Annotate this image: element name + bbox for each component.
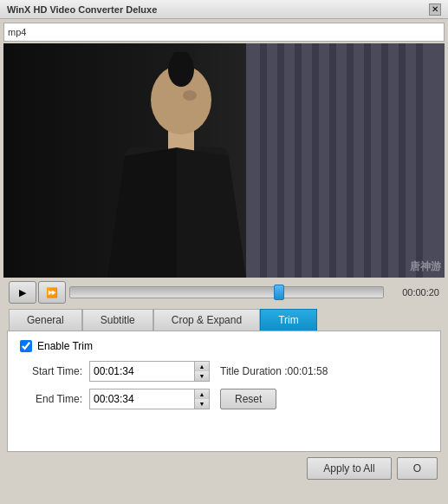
seek-bar[interactable] [69,286,384,298]
ok-button[interactable]: O [397,457,438,480]
end-time-input[interactable] [90,389,194,409]
main-container: mp4 [0,19,448,488]
app-title: WinX HD Video Converter Deluxe [7,4,157,15]
start-time-spinners: ▲ ▼ [194,362,209,381]
enable-trim-row: Enable Trim [20,340,428,352]
close-button[interactable]: ✕ [429,3,441,16]
apply-to-all-button[interactable]: Apply to All [307,457,391,480]
fast-forward-button[interactable]: ⏩ [38,281,66,304]
end-time-input-wrap: ▲ ▼ [89,389,210,409]
svg-point-19 [164,107,198,128]
enable-trim-checkbox[interactable] [20,340,32,352]
tab-general[interactable]: General [9,309,82,331]
tab-subtitle[interactable]: Subtitle [82,309,153,331]
tab-trim[interactable]: Trim [260,309,317,331]
start-time-row: Start Time: ▲ ▼ Title Duration :00:01:58 [20,361,428,382]
bottom-bar: Apply to All O [3,452,445,485]
tab-crop-expand[interactable]: Crop & Expand [153,309,260,331]
tabs-row: General Subtitle Crop & Expand Trim [3,307,445,331]
end-time-label: End Time: [20,393,89,405]
svg-rect-1 [246,43,445,278]
enable-trim-label: Enable Trim [37,340,93,352]
duration-label: Title Duration :00:01:58 [220,365,328,377]
svg-point-18 [183,90,197,101]
player-controls: ▶ ⏩ 00:00:20 [3,278,445,307]
end-time-row: End Time: ▲ ▼ Reset [20,389,428,409]
time-display: 00:00:20 [387,287,439,298]
tab-content-trim: Enable Trim Start Time: ▲ ▼ Title Durati… [7,331,441,452]
start-time-down[interactable]: ▼ [195,371,209,381]
title-bar: WinX HD Video Converter Deluxe ✕ [0,0,448,19]
start-time-label: Start Time: [20,365,89,377]
end-time-up[interactable]: ▲ [195,389,209,399]
svg-rect-17 [172,52,190,78]
end-time-spinners: ▲ ▼ [194,389,209,409]
file-path-text: mp4 [8,27,26,37]
start-time-input-wrap: ▲ ▼ [89,361,210,382]
seek-thumb[interactable] [274,285,284,300]
watermark: 唐神游 [410,259,441,274]
reset-button[interactable]: Reset [220,389,276,409]
start-time-up[interactable]: ▲ [195,362,209,371]
video-preview: 唐神游 [3,43,445,278]
start-time-input[interactable] [90,362,194,381]
end-time-down[interactable]: ▼ [195,399,209,409]
play-button[interactable]: ▶ [9,281,36,304]
play-controls-group: ▶ ⏩ [9,281,66,304]
file-path-bar: mp4 [3,23,445,42]
